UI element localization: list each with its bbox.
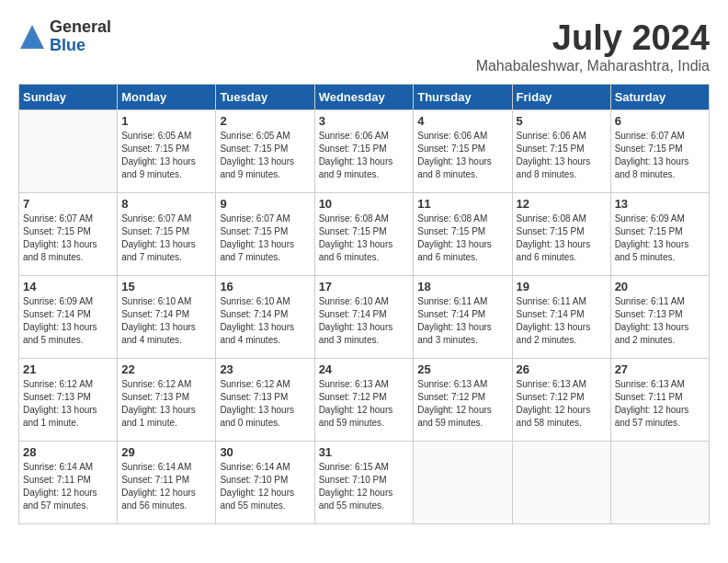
logo-icon — [18, 23, 46, 51]
location: Mahabaleshwar, Maharashtra, India — [476, 58, 710, 75]
calendar-cell: 8Sunrise: 6:07 AM Sunset: 7:15 PM Daylig… — [118, 193, 216, 276]
day-number: 12 — [517, 197, 607, 211]
day-info: Sunrise: 6:06 AM Sunset: 7:15 PM Dayligh… — [319, 130, 410, 181]
calendar-cell: 7Sunrise: 6:07 AM Sunset: 7:15 PM Daylig… — [19, 193, 118, 276]
day-header-wednesday: Wednesday — [314, 85, 414, 110]
calendar-cell: 4Sunrise: 6:06 AM Sunset: 7:15 PM Daylig… — [414, 110, 512, 193]
day-number: 17 — [319, 280, 410, 293]
day-number: 18 — [417, 280, 507, 293]
day-number: 30 — [220, 445, 310, 459]
day-info: Sunrise: 6:09 AM Sunset: 7:14 PM Dayligh… — [23, 295, 113, 347]
calendar-cell: 19Sunrise: 6:11 AM Sunset: 7:14 PM Dayli… — [512, 276, 610, 359]
logo: General Blue — [18, 18, 111, 55]
day-info: Sunrise: 6:14 AM Sunset: 7:11 PM Dayligh… — [121, 461, 211, 512]
month-title: July 2024 — [476, 18, 710, 58]
calendar-cell — [414, 442, 512, 524]
calendar-cell: 18Sunrise: 6:11 AM Sunset: 7:14 PM Dayli… — [414, 276, 512, 359]
day-info: Sunrise: 6:10 AM Sunset: 7:14 PM Dayligh… — [319, 295, 410, 347]
day-header-sunday: Sunday — [19, 85, 118, 110]
calendar-cell: 26Sunrise: 6:13 AM Sunset: 7:12 PM Dayli… — [512, 359, 610, 442]
day-number: 19 — [517, 280, 607, 293]
calendar-cell: 5Sunrise: 6:06 AM Sunset: 7:15 PM Daylig… — [512, 110, 610, 193]
day-info: Sunrise: 6:11 AM Sunset: 7:13 PM Dayligh… — [615, 295, 705, 347]
day-info: Sunrise: 6:07 AM Sunset: 7:15 PM Dayligh… — [615, 130, 705, 181]
day-number: 9 — [220, 197, 310, 211]
day-header-tuesday: Tuesday — [216, 85, 314, 110]
day-number: 23 — [220, 362, 310, 376]
calendar-week-row: 14Sunrise: 6:09 AM Sunset: 7:14 PM Dayli… — [19, 276, 710, 359]
calendar-cell: 2Sunrise: 6:05 AM Sunset: 7:15 PM Daylig… — [216, 110, 314, 193]
day-number: 3 — [319, 114, 410, 128]
day-number: 20 — [615, 280, 705, 293]
day-info: Sunrise: 6:12 AM Sunset: 7:13 PM Dayligh… — [121, 378, 211, 430]
calendar-cell: 6Sunrise: 6:07 AM Sunset: 7:15 PM Daylig… — [610, 110, 709, 193]
day-info: Sunrise: 6:08 AM Sunset: 7:15 PM Dayligh… — [319, 213, 410, 264]
day-number: 14 — [23, 280, 113, 293]
calendar-cell: 3Sunrise: 6:06 AM Sunset: 7:15 PM Daylig… — [314, 110, 414, 193]
calendar-cell: 20Sunrise: 6:11 AM Sunset: 7:13 PM Dayli… — [610, 276, 709, 359]
page-header: General Blue July 2024 Mahabaleshwar, Ma… — [18, 18, 710, 75]
day-info: Sunrise: 6:05 AM Sunset: 7:15 PM Dayligh… — [220, 130, 310, 181]
day-info: Sunrise: 6:10 AM Sunset: 7:14 PM Dayligh… — [220, 295, 310, 347]
day-info: Sunrise: 6:12 AM Sunset: 7:13 PM Dayligh… — [23, 378, 113, 430]
day-info: Sunrise: 6:06 AM Sunset: 7:15 PM Dayligh… — [417, 130, 507, 181]
day-number: 29 — [121, 445, 211, 459]
title-section: July 2024 Mahabaleshwar, Maharashtra, In… — [476, 18, 710, 75]
calendar-cell: 16Sunrise: 6:10 AM Sunset: 7:14 PM Dayli… — [216, 276, 314, 359]
calendar: SundayMondayTuesdayWednesdayThursdayFrid… — [18, 84, 710, 524]
calendar-cell: 17Sunrise: 6:10 AM Sunset: 7:14 PM Dayli… — [314, 276, 414, 359]
calendar-cell: 27Sunrise: 6:13 AM Sunset: 7:11 PM Dayli… — [610, 359, 709, 442]
calendar-cell: 1Sunrise: 6:05 AM Sunset: 7:15 PM Daylig… — [118, 110, 216, 193]
day-info: Sunrise: 6:09 AM Sunset: 7:15 PM Dayligh… — [615, 213, 705, 264]
day-number: 25 — [417, 362, 507, 376]
day-header-saturday: Saturday — [610, 85, 709, 110]
calendar-week-row: 21Sunrise: 6:12 AM Sunset: 7:13 PM Dayli… — [19, 359, 710, 442]
calendar-cell: 10Sunrise: 6:08 AM Sunset: 7:15 PM Dayli… — [314, 193, 414, 276]
day-info: Sunrise: 6:07 AM Sunset: 7:15 PM Dayligh… — [220, 213, 310, 264]
day-info: Sunrise: 6:13 AM Sunset: 7:12 PM Dayligh… — [417, 378, 507, 430]
calendar-cell — [19, 110, 118, 193]
calendar-cell — [610, 442, 709, 524]
calendar-cell: 31Sunrise: 6:15 AM Sunset: 7:10 PM Dayli… — [314, 442, 414, 524]
day-number: 10 — [319, 197, 410, 211]
day-info: Sunrise: 6:13 AM Sunset: 7:11 PM Dayligh… — [615, 378, 705, 430]
calendar-cell: 12Sunrise: 6:08 AM Sunset: 7:15 PM Dayli… — [512, 193, 610, 276]
day-info: Sunrise: 6:05 AM Sunset: 7:15 PM Dayligh… — [121, 130, 211, 181]
logo-text: General Blue — [50, 18, 111, 55]
day-info: Sunrise: 6:13 AM Sunset: 7:12 PM Dayligh… — [517, 378, 607, 430]
calendar-header-row: SundayMondayTuesdayWednesdayThursdayFrid… — [19, 85, 710, 110]
day-number: 2 — [220, 114, 310, 128]
calendar-cell: 11Sunrise: 6:08 AM Sunset: 7:15 PM Dayli… — [414, 193, 512, 276]
day-info: Sunrise: 6:13 AM Sunset: 7:12 PM Dayligh… — [319, 378, 410, 430]
calendar-cell: 9Sunrise: 6:07 AM Sunset: 7:15 PM Daylig… — [216, 193, 314, 276]
calendar-cell: 22Sunrise: 6:12 AM Sunset: 7:13 PM Dayli… — [118, 359, 216, 442]
day-info: Sunrise: 6:10 AM Sunset: 7:14 PM Dayligh… — [121, 295, 211, 347]
day-number: 28 — [23, 445, 113, 459]
day-header-thursday: Thursday — [414, 85, 512, 110]
calendar-cell: 21Sunrise: 6:12 AM Sunset: 7:13 PM Dayli… — [19, 359, 118, 442]
day-number: 15 — [121, 280, 211, 293]
day-info: Sunrise: 6:15 AM Sunset: 7:10 PM Dayligh… — [319, 461, 410, 512]
calendar-cell: 29Sunrise: 6:14 AM Sunset: 7:11 PM Dayli… — [118, 442, 216, 524]
day-number: 1 — [121, 114, 211, 128]
day-number: 22 — [121, 362, 211, 376]
calendar-week-row: 7Sunrise: 6:07 AM Sunset: 7:15 PM Daylig… — [19, 193, 710, 276]
day-header-monday: Monday — [118, 85, 216, 110]
day-info: Sunrise: 6:07 AM Sunset: 7:15 PM Dayligh… — [23, 213, 113, 264]
calendar-cell: 23Sunrise: 6:12 AM Sunset: 7:13 PM Dayli… — [216, 359, 314, 442]
day-info: Sunrise: 6:08 AM Sunset: 7:15 PM Dayligh… — [517, 213, 607, 264]
day-number: 21 — [23, 362, 113, 376]
calendar-cell: 13Sunrise: 6:09 AM Sunset: 7:15 PM Dayli… — [610, 193, 709, 276]
logo-general: General — [50, 18, 111, 37]
calendar-cell: 24Sunrise: 6:13 AM Sunset: 7:12 PM Dayli… — [314, 359, 414, 442]
calendar-week-row: 1Sunrise: 6:05 AM Sunset: 7:15 PM Daylig… — [19, 110, 710, 193]
calendar-cell: 28Sunrise: 6:14 AM Sunset: 7:11 PM Dayli… — [19, 442, 118, 524]
calendar-cell: 25Sunrise: 6:13 AM Sunset: 7:12 PM Dayli… — [414, 359, 512, 442]
day-info: Sunrise: 6:12 AM Sunset: 7:13 PM Dayligh… — [220, 378, 310, 430]
day-info: Sunrise: 6:11 AM Sunset: 7:14 PM Dayligh… — [517, 295, 607, 347]
day-info: Sunrise: 6:07 AM Sunset: 7:15 PM Dayligh… — [121, 213, 211, 264]
day-number: 11 — [417, 197, 507, 211]
day-info: Sunrise: 6:06 AM Sunset: 7:15 PM Dayligh… — [517, 130, 607, 181]
day-number: 27 — [615, 362, 705, 376]
day-number: 16 — [220, 280, 310, 293]
